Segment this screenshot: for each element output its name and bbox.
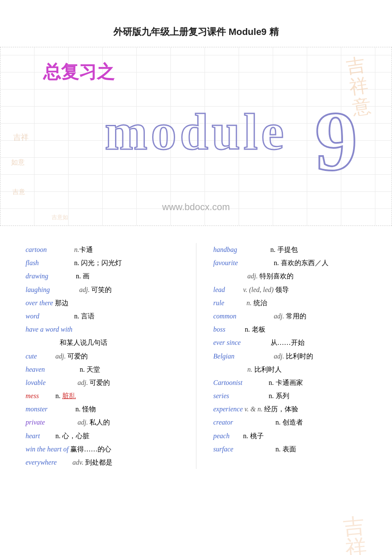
banner-area: 总复习之 吉祥意 吉祥 如意 吉意 吉意如 module 9 www.bdocx… (0, 47, 392, 226)
vocab-entry-eversince: ever since 从……开始 (213, 336, 367, 349)
stamp-left-3: 吉意 (12, 188, 25, 197)
page-title: 外研版九年级上册复习课件 Module9 精 (0, 0, 392, 47)
vocab-entry-haveawordwith-cn: 和某人说几句话 (26, 336, 179, 349)
vocab-entry-cute: cute adj. 可爱的 (26, 350, 179, 363)
vocab-entry-cartoon: cartoon n. 卡通 (26, 243, 179, 256)
stamp-left-2: 如意 (11, 158, 25, 167)
vocab-entry-belgian: Belgian adj. 比利时的 (213, 350, 367, 363)
vocab-entry-favourite-adj: adj. 特别喜欢的 (213, 269, 367, 283)
vocab-entry-heart: heart n. 心，心脏 (26, 429, 179, 442)
vocab-entry-heaven: heaven n. 天堂 (26, 363, 179, 376)
vocab-entry-rule: rule n. 统治 (213, 296, 367, 309)
module-text: module (105, 103, 287, 162)
stamp-left-1: 吉祥 (13, 133, 29, 142)
vocab-entry-mess: mess n. 脏乱 (26, 389, 179, 402)
vocab-entry-everywhere: everywhere adv. 到处都是 (26, 456, 179, 469)
vocab-entry-surface: surface n. 表面 (213, 442, 367, 456)
vocab-section: 吉祥意 cartoon n. 卡通 flash n. 闪光；闪光灯 drawin… (0, 226, 392, 486)
stamp-mid: 吉意如 (52, 214, 68, 221)
vocab-entry-favourite: favourite n. 喜欢的东西／人 (213, 256, 367, 269)
vocab-entry-laughing: laughing adj. 可笑的 (26, 283, 179, 296)
vocab-entry-word: word n. 言语 (26, 309, 179, 323)
vocab-entry-experience: experience v. & n. 经历，体验 (213, 402, 367, 416)
fuxi-title: 总复习之 (43, 60, 115, 84)
vocab-entry-monster: monster n. 怪物 (26, 402, 179, 416)
watermark: www.bdocx.com (162, 202, 230, 213)
module-number: 9 (315, 98, 357, 184)
vocab-entry-private: private adj. 私人的 (26, 416, 179, 429)
vocab-entry-flash: flash n. 闪光；闪光灯 (26, 256, 179, 269)
vocab-entry-lovable: lovable adj. 可爱的 (26, 376, 179, 389)
vocab-col-left: cartoon n. 卡通 flash n. 闪光；闪光灯 drawing n.… (26, 243, 179, 469)
vocab-entry-wintheheartof: win the heart of 赢得……的心 (26, 442, 179, 456)
vocab-entry-series: series n. 系列 (213, 389, 367, 402)
vocab-entry-lead: lead v. (led, led) 领导 (213, 283, 367, 296)
vocab-entry-drawing: drawing n. 画 (26, 269, 179, 283)
vocab-entry-boss: boss n. 老板 (213, 323, 367, 336)
vocab-entry-creator: creator n. 创造者 (213, 416, 367, 429)
vocab-entry-haveawordwith: have a word with (26, 323, 179, 336)
vocab-entry-peach: peach n. 桃子 (213, 429, 367, 442)
vocab-entry-cartoonist: Cartoonist n. 卡通画家 (213, 376, 367, 389)
vocab-entry-belgian-n: n. 比利时人 (213, 363, 367, 376)
vocab-stamp: 吉祥意 (343, 515, 369, 555)
vocab-entry-overthere: over there 那边 (26, 296, 179, 309)
vocab-entry-handbag: handbag n. 手提包 (213, 243, 367, 256)
vocab-entry-common: common adj. 常用的 (213, 309, 367, 323)
vocab-col-right: handbag n. 手提包 favourite n. 喜欢的东西／人 adj.… (213, 243, 367, 469)
